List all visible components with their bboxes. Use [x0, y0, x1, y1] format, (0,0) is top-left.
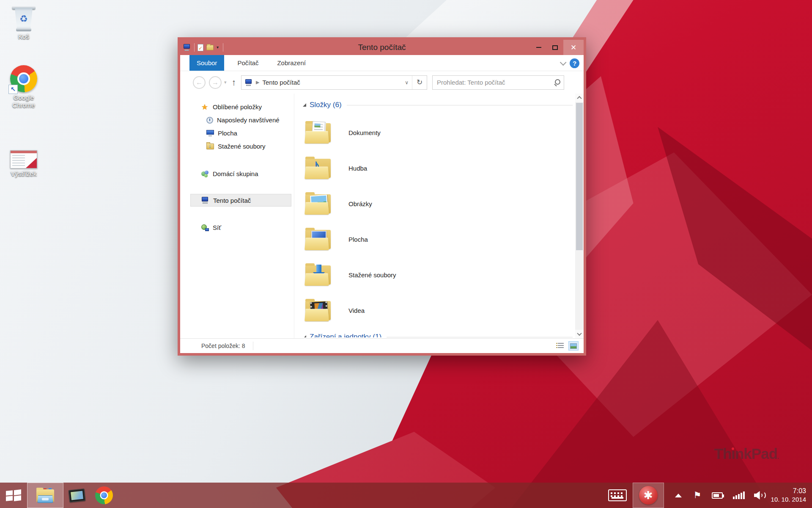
sidebar-item-domaci-skupina[interactable]: Domácí skupina — [180, 167, 294, 180]
taskbar-chrome-button[interactable] — [91, 483, 118, 508]
sidebar-item-label: Oblíbené položky — [213, 103, 262, 110]
folder-icon — [304, 263, 332, 287]
group-header-rule — [387, 337, 573, 337]
volume-icon[interactable] — [754, 491, 765, 500]
back-button[interactable]: ← — [193, 76, 206, 89]
folder-item-videa[interactable]: Videa — [303, 293, 573, 328]
dropdown-chevron-icon[interactable]: ▾ — [217, 46, 220, 49]
caption-buttons: ✕ — [531, 40, 584, 55]
tray-red-utility-button[interactable]: ✱ — [633, 483, 664, 508]
thinkpad-logo-dot — [732, 447, 734, 450]
taskbar-clock[interactable]: 7:03 10. 10. 2014 — [771, 487, 806, 504]
navigation-pane: ★ Oblíbené položky Naposledy navštívené … — [180, 94, 294, 338]
network-icon — [201, 224, 209, 231]
group-header-label: Zařízení a jednotky (1) — [310, 333, 381, 337]
desktop-icon-vystrizek[interactable]: Výstřižek — [2, 141, 46, 178]
show-hidden-icons-arrow[interactable] — [675, 494, 682, 497]
close-button[interactable]: ✕ — [563, 40, 584, 55]
sidebar-item-tento-pocitac[interactable]: Tento počítač — [190, 194, 291, 207]
ribbon-tab-row: Soubor Počítač Zobrazení ? — [180, 55, 584, 71]
thumbnails-view-button[interactable] — [568, 341, 579, 351]
tab-pocitac[interactable]: Počítač — [230, 55, 266, 71]
refresh-button[interactable]: ↻ — [412, 78, 427, 87]
computer-icon — [201, 197, 209, 204]
quick-access-toolbar: ▾ — [180, 43, 223, 52]
touch-keyboard-icon[interactable] — [608, 489, 627, 501]
sidebar-item-oblibene-polozky[interactable]: ★ Oblíbené položky — [180, 100, 294, 113]
window-content: ★ Oblíbené položky Naposledy navštívené … — [180, 94, 584, 338]
breadcrumb-arrow-icon[interactable]: ▶ — [256, 80, 259, 85]
properties-icon[interactable] — [198, 44, 203, 51]
search-box[interactable] — [432, 75, 564, 90]
action-center-flag-icon[interactable]: ⚑ — [694, 490, 702, 500]
sidebar-item-stazene-soubory[interactable]: Stažené soubory — [180, 140, 294, 153]
maximize-button[interactable] — [546, 40, 563, 55]
navigation-bar: ← → ▾ ↑ ▶ Tento počítač ∨ ↻ — [180, 71, 584, 94]
group-header-slozky[interactable]: Složky (6) — [303, 99, 573, 110]
file-explorer-icon — [36, 488, 55, 503]
folder-item-stazene-soubory[interactable]: Stažené soubory — [303, 257, 573, 293]
star-icon: ★ — [201, 103, 209, 111]
search-input[interactable] — [437, 79, 554, 86]
scrollbar-thumb[interactable] — [576, 103, 583, 250]
status-bar: Počet položek: 8 — [180, 338, 584, 353]
network-signal-icon[interactable] — [733, 491, 745, 499]
folder-icon: ♪ — [304, 156, 332, 180]
computer-icon[interactable] — [183, 44, 191, 51]
folder-item-label: Hudba — [348, 165, 367, 172]
expand-ribbon-chevron-icon[interactable] — [560, 59, 567, 66]
scroll-down-button[interactable] — [575, 330, 584, 338]
thinkpad-logo: ThinkPad. — [714, 445, 779, 462]
recent-locations-chevron-icon[interactable]: ▾ — [224, 80, 227, 85]
folder-item-hudba[interactable]: ♪ Hudba — [303, 150, 573, 186]
folder-item-plocha[interactable]: Plocha — [303, 221, 573, 257]
help-button[interactable]: ? — [570, 58, 579, 68]
minimize-button[interactable] — [531, 40, 546, 55]
downloads-folder-icon — [206, 144, 214, 149]
desktop-icon-google-chrome[interactable]: ↖ Google Chrome — [2, 64, 46, 109]
sidebar-item-plocha[interactable]: Plocha — [180, 127, 294, 140]
up-button[interactable]: ↑ — [232, 77, 236, 88]
collapse-triangle-icon — [303, 103, 306, 107]
chrome-icon: ↖ — [10, 65, 37, 92]
red-utility-icon: ✱ — [639, 486, 658, 505]
battery-icon[interactable] — [712, 492, 723, 499]
forward-button[interactable]: → — [209, 76, 222, 89]
sidebar-item-label: Síť — [213, 224, 221, 231]
sidebar-item-label: Domácí skupina — [213, 170, 258, 177]
folder-item-label: Plocha — [348, 236, 368, 243]
windows-logo-icon — [6, 490, 21, 501]
taskbar-photos-button[interactable] — [63, 483, 91, 508]
group-header-zarizeni-partial[interactable]: Zařízení a jednotky (1) — [303, 331, 573, 337]
sidebar-item-sit[interactable]: Síť — [180, 221, 294, 234]
search-icon[interactable] — [554, 79, 560, 86]
computer-icon — [244, 79, 253, 86]
vertical-scrollbar[interactable] — [575, 94, 584, 338]
folder-item-dokumenty[interactable]: Dokumenty — [303, 115, 573, 150]
folder-item-label: Stažené soubory — [348, 271, 396, 279]
explorer-window: ▾ Tento počítač ✕ Soubor Počítač Zobraze… — [178, 37, 586, 356]
separator — [253, 342, 253, 350]
address-bar[interactable]: ▶ Tento počítač ∨ ↻ — [241, 75, 427, 90]
taskbar: ✱ ⚑ 7:03 10. 10. 2014 — [0, 483, 812, 508]
recent-places-icon — [206, 117, 213, 124]
folder-item-obrazky[interactable]: Obrázky — [303, 186, 573, 221]
window-titlebar[interactable]: ▾ Tento počítač ✕ — [180, 40, 584, 55]
desktop-icon-recycle-bin[interactable]: ♻ Koš — [2, 3, 46, 41]
address-dropdown-chevron-icon[interactable]: ∨ — [401, 80, 412, 86]
scroll-up-button[interactable] — [575, 94, 584, 102]
taskbar-file-explorer-button[interactable] — [27, 483, 63, 508]
tab-zobrazeni[interactable]: Zobrazení — [270, 55, 313, 71]
start-button[interactable] — [0, 483, 27, 508]
sidebar-item-label: Plocha — [218, 130, 237, 137]
tab-soubor[interactable]: Soubor — [189, 55, 224, 71]
breadcrumb[interactable]: Tento počítač — [263, 79, 402, 86]
new-folder-icon[interactable] — [206, 45, 214, 50]
folder-icon — [304, 192, 332, 215]
shortcut-arrow-icon: ↖ — [8, 85, 18, 94]
sidebar-item-naposledy-navstivene[interactable]: Naposledy navštívené — [180, 113, 294, 127]
group-header-rule — [347, 105, 573, 105]
sidebar-gap — [180, 180, 294, 194]
details-view-button[interactable] — [556, 341, 566, 351]
group-header-label: Složky (6) — [310, 101, 342, 109]
